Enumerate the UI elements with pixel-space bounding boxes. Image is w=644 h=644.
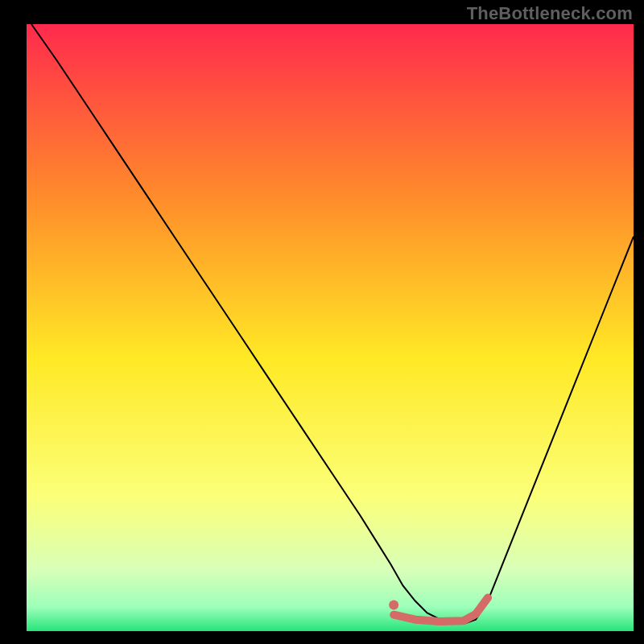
gradient-background xyxy=(27,24,634,631)
bottleneck-chart xyxy=(0,0,644,644)
chart-stage: TheBottleneck.com xyxy=(0,0,644,644)
optimal-point-marker xyxy=(389,601,398,610)
watermark-text: TheBottleneck.com xyxy=(467,3,633,24)
